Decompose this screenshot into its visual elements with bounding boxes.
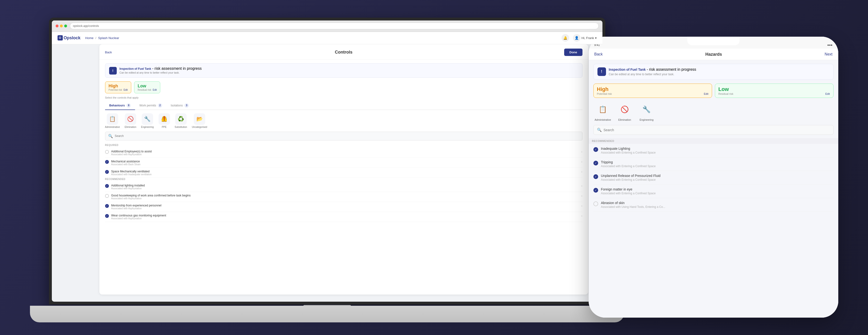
- list-item[interactable]: ✓ Wear continuous gas monitoring equipme…: [105, 212, 583, 222]
- search-input[interactable]: [115, 134, 579, 138]
- uncategorised-label: Uncategorised: [192, 126, 207, 128]
- residual-risk-badge: Low Residual risk Edit: [134, 81, 160, 93]
- ppe-icon: 🦺: [159, 113, 170, 125]
- avatar: 👤: [573, 34, 581, 42]
- user-menu[interactable]: 👤 Hi, Frank ▾: [573, 34, 597, 42]
- nav-right: 🔔 👤 Hi, Frank ▾: [562, 34, 597, 42]
- ctrl-engineering[interactable]: 🔧 Engineering: [141, 113, 154, 128]
- phone-item-check-0[interactable]: ✓: [593, 147, 598, 152]
- phone-ctrl-engineering[interactable]: 🔧 Engineering: [637, 102, 656, 121]
- item-text-r3: Wear continuous gas monitoring equipment…: [111, 214, 579, 220]
- phone-info-banner: ! Inspection of Fuel Tank - risk assessm…: [593, 64, 834, 80]
- list-item[interactable]: ✓ Mentorship from experienced personnel …: [105, 202, 583, 212]
- laptop: opslock.app/controls O Opslock Home / Sp…: [30, 13, 624, 323]
- phone-potential-risk-badge: High Potential risk Edit: [593, 84, 712, 98]
- phone-list-item[interactable]: ✓ Tripping Associated with Entering a Co…: [593, 158, 834, 171]
- item-checkbox-1[interactable]: ✓: [105, 160, 109, 164]
- phone-info-sub: Can be edited at any time to better refl…: [609, 73, 696, 77]
- phone-item-check-1[interactable]: ✓: [593, 161, 598, 166]
- phone-bezel: 9:41 ●●● Back Hazards Next ! Ins: [589, 37, 838, 317]
- phone-administrative-icon: 📋: [595, 102, 611, 117]
- controls-section: Select the controls that apply Behaviour…: [105, 96, 583, 222]
- notification-icon[interactable]: 🔔: [562, 34, 569, 42]
- phone-recommended-label: Recommended: [589, 138, 838, 144]
- list-item[interactable]: Good housekeeping of work area confirmed…: [105, 192, 583, 202]
- phone-potential-edit[interactable]: Edit: [704, 92, 709, 95]
- phone-item-check-2[interactable]: ✓: [593, 174, 598, 179]
- close-icon[interactable]: [56, 25, 59, 27]
- maximize-icon[interactable]: [64, 25, 67, 27]
- potential-risk-value: High: [108, 84, 128, 89]
- item-checkbox-r3[interactable]: ✓: [105, 214, 109, 218]
- phone-next-button[interactable]: Next: [825, 52, 833, 56]
- tab-isolations[interactable]: Isolations 3: [166, 102, 193, 110]
- phone-ctrl-administrative[interactable]: 📋 Administrative: [593, 102, 613, 121]
- phone-engineering-icon: 🔧: [639, 102, 654, 117]
- phone-item-check-4[interactable]: [593, 201, 598, 206]
- list-item[interactable]: ✓ Mechanical assistance Associated with …: [105, 158, 583, 168]
- phone-residual-edit[interactable]: Edit: [826, 92, 830, 95]
- required-section-label: Required: [105, 144, 583, 146]
- ctrl-ppe[interactable]: 🦺 PPE: [159, 113, 170, 128]
- breadcrumb-location[interactable]: Splash Nuclear: [98, 36, 119, 40]
- search-bar[interactable]: 🔍: [105, 132, 583, 140]
- residual-risk-edit[interactable]: Edit: [153, 89, 157, 91]
- phone-list-item[interactable]: ✓ Unplanned Release of Pressurized Fluid…: [593, 171, 834, 185]
- address-text: opslock.app/controls: [73, 24, 99, 28]
- item-text-2: Space Mechanically ventilated Associated…: [111, 170, 579, 176]
- info-link[interactable]: Inspection of Fuel Tank: [120, 67, 151, 71]
- phone-list-item[interactable]: Abrasion of skin Associated with Using H…: [593, 198, 834, 212]
- elimination-label: Elimination: [125, 126, 136, 128]
- phone-potential-risk-label: Potential risk: [597, 92, 612, 95]
- phone-ctrl-elimination[interactable]: 🚫 Elimination: [615, 102, 634, 121]
- phone-shield-icon: !: [597, 67, 606, 76]
- done-button[interactable]: Done: [564, 49, 583, 56]
- engineering-label: Engineering: [141, 126, 154, 128]
- phone-item-text-1: Tripping Associated with Entering a Conf…: [601, 160, 656, 168]
- phone-info-link[interactable]: Inspection of Fuel Tank: [609, 67, 646, 72]
- item-checkbox-2[interactable]: ✓: [105, 170, 109, 174]
- item-checkbox-r0[interactable]: ✓: [105, 184, 109, 188]
- address-bar[interactable]: opslock.app/controls: [70, 23, 599, 29]
- item-text-r0: Additional lighting installed Associated…: [111, 184, 579, 190]
- tab-behaviours[interactable]: Behaviours 8: [105, 102, 135, 110]
- item-text-0: Additional Employee(s) to assist Associa…: [111, 150, 579, 156]
- list-item[interactable]: Additional Employee(s) to assist Associa…: [105, 148, 583, 158]
- potential-risk-edit[interactable]: Edit: [124, 89, 128, 91]
- phone-search-icon: 🔍: [597, 128, 602, 132]
- breadcrumb-home[interactable]: Home: [85, 36, 94, 40]
- minimize-icon[interactable]: [60, 25, 63, 27]
- back-button[interactable]: Back: [105, 51, 112, 54]
- info-banner: ! Inspection of Fuel Tank - risk assessm…: [105, 63, 583, 78]
- list-item[interactable]: ✓ Space Mechanically ventilated Associat…: [105, 168, 583, 178]
- phone-item-check-3[interactable]: ✓: [593, 188, 598, 193]
- ctrl-elimination[interactable]: 🚫 Elimination: [125, 113, 136, 128]
- item-checkbox-0[interactable]: [105, 150, 109, 154]
- item-text-1: Mechanical assistance Associated with Ba…: [111, 160, 579, 166]
- list-item[interactable]: ✓ Additional lighting installed Associat…: [105, 182, 583, 192]
- ppe-label: PPE: [162, 126, 167, 128]
- panel-header: Back Controls Done: [99, 44, 588, 59]
- item-checkbox-r1[interactable]: [105, 194, 109, 198]
- ctrl-administrative[interactable]: 📋 Administrative: [105, 113, 120, 128]
- phone-back-button[interactable]: Back: [594, 52, 603, 56]
- phone-list-item[interactable]: ✓ Foreign matter in eye Associated with …: [593, 185, 834, 198]
- phone-search-input[interactable]: [603, 128, 830, 132]
- phone-administrative-label: Administrative: [595, 118, 611, 121]
- phone: 9:41 ●●● Back Hazards Next ! Ins: [589, 37, 838, 317]
- chevron-right-icon: ›: [581, 170, 583, 173]
- chevron-right-icon: ›: [581, 184, 583, 188]
- laptop-body: [30, 306, 624, 323]
- ctrl-substitution[interactable]: ♻️ Substitution: [175, 113, 187, 128]
- phone-list-item[interactable]: ✓ Inadequate Lighting Associated with En…: [593, 144, 834, 158]
- phone-search-bar[interactable]: 🔍: [593, 125, 834, 135]
- phone-screen: Back Hazards Next ! Inspection of Fuel T…: [589, 49, 838, 317]
- phone-residual-risk-badge: Low Residual risk Edit: [715, 84, 834, 98]
- tabs-row: Behaviours 8 Work permits 2 Isolations 3: [105, 102, 583, 110]
- app-name: Opslock: [64, 35, 81, 40]
- tab-work-permits[interactable]: Work permits 2: [135, 102, 166, 110]
- ctrl-uncategorised[interactable]: 📂 Uncategorised: [192, 113, 207, 128]
- phone-elimination-label: Elimination: [618, 118, 631, 121]
- item-checkbox-r2[interactable]: ✓: [105, 204, 109, 208]
- chevron-down-icon: ▾: [595, 36, 597, 40]
